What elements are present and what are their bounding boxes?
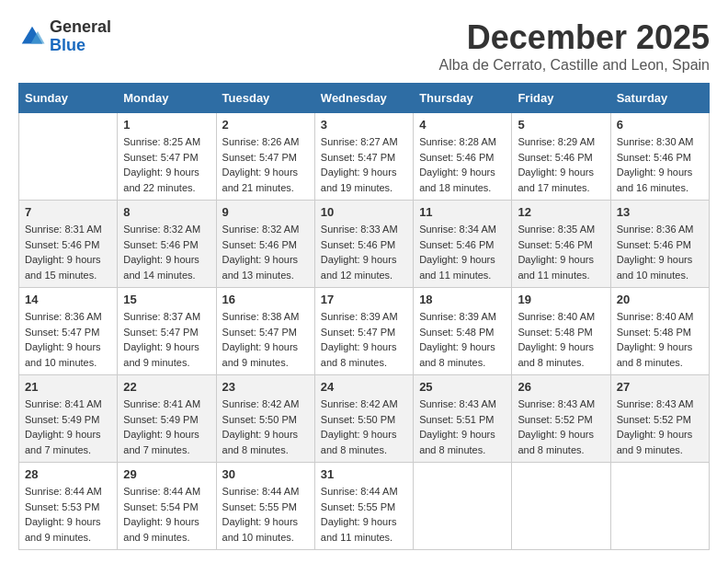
calendar-cell: 7Sunrise: 8:31 AMSunset: 5:46 PMDaylight… <box>19 201 118 288</box>
calendar-cell: 14Sunrise: 8:36 AMSunset: 5:47 PMDayligh… <box>19 288 118 375</box>
calendar-cell: 21Sunrise: 8:41 AMSunset: 5:49 PMDayligh… <box>19 375 118 463</box>
calendar-cell: 12Sunrise: 8:35 AMSunset: 5:46 PMDayligh… <box>512 201 610 288</box>
calendar-cell: 15Sunrise: 8:37 AMSunset: 5:47 PMDayligh… <box>118 288 216 375</box>
calendar-cell: 18Sunrise: 8:39 AMSunset: 5:48 PMDayligh… <box>414 288 512 375</box>
calendar-body: 1Sunrise: 8:25 AMSunset: 5:47 PMDaylight… <box>19 113 710 550</box>
day-info: Sunrise: 8:34 AMSunset: 5:46 PMDaylight:… <box>419 222 506 282</box>
calendar-cell: 2Sunrise: 8:26 AMSunset: 5:47 PMDaylight… <box>216 113 314 201</box>
logo-text: General Blue <box>50 18 111 55</box>
day-number: 20 <box>617 293 703 306</box>
logo-blue: Blue <box>50 37 111 55</box>
calendar-cell: 26Sunrise: 8:43 AMSunset: 5:52 PMDayligh… <box>512 375 610 463</box>
day-info: Sunrise: 8:42 AMSunset: 5:50 PMDaylight:… <box>222 396 309 457</box>
calendar-cell: 13Sunrise: 8:36 AMSunset: 5:46 PMDayligh… <box>610 201 709 288</box>
day-number: 4 <box>419 118 506 132</box>
calendar-cell: 31Sunrise: 8:44 AMSunset: 5:55 PMDayligh… <box>314 463 413 550</box>
day-info: Sunrise: 8:27 AMSunset: 5:47 PMDaylight:… <box>321 134 407 195</box>
calendar-cell: 19Sunrise: 8:40 AMSunset: 5:48 PMDayligh… <box>512 288 610 375</box>
day-number: 16 <box>222 293 309 306</box>
calendar-cell: 23Sunrise: 8:42 AMSunset: 5:50 PMDayligh… <box>216 375 314 463</box>
day-number: 27 <box>617 380 703 394</box>
day-number: 7 <box>25 205 111 219</box>
day-info: Sunrise: 8:39 AMSunset: 5:47 PMDaylight:… <box>321 309 407 370</box>
day-info: Sunrise: 8:32 AMSunset: 5:46 PMDaylight:… <box>222 222 309 282</box>
day-number: 12 <box>518 205 604 219</box>
day-number: 15 <box>123 293 210 306</box>
day-info: Sunrise: 8:40 AMSunset: 5:48 PMDaylight:… <box>518 309 604 370</box>
header-sunday: Sunday <box>19 84 118 113</box>
day-number: 30 <box>222 467 309 481</box>
day-number: 28 <box>25 467 111 481</box>
day-info: Sunrise: 8:37 AMSunset: 5:47 PMDaylight:… <box>123 309 210 370</box>
day-info: Sunrise: 8:30 AMSunset: 5:46 PMDaylight:… <box>617 134 703 195</box>
calendar-week-row: 1Sunrise: 8:25 AMSunset: 5:47 PMDaylight… <box>19 113 710 201</box>
calendar-week-row: 7Sunrise: 8:31 AMSunset: 5:46 PMDaylight… <box>19 201 710 288</box>
calendar-cell: 10Sunrise: 8:33 AMSunset: 5:46 PMDayligh… <box>314 201 413 288</box>
day-info: Sunrise: 8:44 AMSunset: 5:53 PMDaylight:… <box>25 484 111 545</box>
header-friday: Friday <box>512 84 610 113</box>
day-number: 11 <box>419 205 506 219</box>
header-saturday: Saturday <box>610 84 709 113</box>
logo-icon <box>18 23 46 51</box>
day-info: Sunrise: 8:35 AMSunset: 5:46 PMDaylight:… <box>518 222 604 282</box>
day-number: 18 <box>419 293 506 306</box>
calendar-cell: 28Sunrise: 8:44 AMSunset: 5:53 PMDayligh… <box>19 463 118 550</box>
calendar-cell <box>610 463 709 550</box>
day-info: Sunrise: 8:43 AMSunset: 5:52 PMDaylight:… <box>518 396 604 457</box>
day-number: 3 <box>321 118 407 132</box>
day-number: 14 <box>25 293 111 306</box>
month-title: December 2025 <box>439 18 710 57</box>
day-number: 23 <box>222 380 309 394</box>
calendar: Sunday Monday Tuesday Wednesday Thursday… <box>18 83 710 550</box>
title-section: December 2025 Alba de Cerrato, Castille … <box>439 18 710 74</box>
calendar-cell: 17Sunrise: 8:39 AMSunset: 5:47 PMDayligh… <box>314 288 413 375</box>
logo: General Blue <box>18 18 111 55</box>
calendar-week-row: 28Sunrise: 8:44 AMSunset: 5:53 PMDayligh… <box>19 463 710 550</box>
day-number: 26 <box>518 380 604 394</box>
day-number: 2 <box>222 118 309 132</box>
calendar-week-row: 21Sunrise: 8:41 AMSunset: 5:49 PMDayligh… <box>19 375 710 463</box>
day-number: 25 <box>419 380 506 394</box>
day-number: 29 <box>123 467 210 481</box>
calendar-cell: 25Sunrise: 8:43 AMSunset: 5:51 PMDayligh… <box>414 375 512 463</box>
header-wednesday: Wednesday <box>314 84 413 113</box>
calendar-header-row: Sunday Monday Tuesday Wednesday Thursday… <box>19 84 710 113</box>
day-info: Sunrise: 8:29 AMSunset: 5:46 PMDaylight:… <box>518 134 604 195</box>
day-info: Sunrise: 8:36 AMSunset: 5:46 PMDaylight:… <box>617 222 703 282</box>
day-info: Sunrise: 8:44 AMSunset: 5:55 PMDaylight:… <box>222 484 309 545</box>
day-number: 10 <box>321 205 407 219</box>
day-info: Sunrise: 8:31 AMSunset: 5:46 PMDaylight:… <box>25 222 111 282</box>
header-thursday: Thursday <box>414 84 512 113</box>
day-number: 24 <box>321 380 407 394</box>
calendar-cell: 29Sunrise: 8:44 AMSunset: 5:54 PMDayligh… <box>118 463 216 550</box>
calendar-cell: 8Sunrise: 8:32 AMSunset: 5:46 PMDaylight… <box>118 201 216 288</box>
calendar-cell: 3Sunrise: 8:27 AMSunset: 5:47 PMDaylight… <box>314 113 413 201</box>
day-number: 19 <box>518 293 604 306</box>
calendar-cell: 6Sunrise: 8:30 AMSunset: 5:46 PMDaylight… <box>610 113 709 201</box>
day-number: 8 <box>123 205 210 219</box>
calendar-cell <box>414 463 512 550</box>
day-info: Sunrise: 8:25 AMSunset: 5:47 PMDaylight:… <box>123 134 210 195</box>
calendar-cell: 24Sunrise: 8:42 AMSunset: 5:50 PMDayligh… <box>314 375 413 463</box>
day-number: 21 <box>25 380 111 394</box>
day-info: Sunrise: 8:40 AMSunset: 5:48 PMDaylight:… <box>617 309 703 370</box>
calendar-cell: 11Sunrise: 8:34 AMSunset: 5:46 PMDayligh… <box>414 201 512 288</box>
day-number: 9 <box>222 205 309 219</box>
day-info: Sunrise: 8:44 AMSunset: 5:55 PMDaylight:… <box>321 484 407 545</box>
day-info: Sunrise: 8:38 AMSunset: 5:47 PMDaylight:… <box>222 309 309 370</box>
day-info: Sunrise: 8:28 AMSunset: 5:46 PMDaylight:… <box>419 134 506 195</box>
day-info: Sunrise: 8:32 AMSunset: 5:46 PMDaylight:… <box>123 222 210 282</box>
day-info: Sunrise: 8:26 AMSunset: 5:47 PMDaylight:… <box>222 134 309 195</box>
day-number: 31 <box>321 467 407 481</box>
logo-general: General <box>50 18 111 37</box>
day-number: 22 <box>123 380 210 394</box>
calendar-cell: 9Sunrise: 8:32 AMSunset: 5:46 PMDaylight… <box>216 201 314 288</box>
day-info: Sunrise: 8:44 AMSunset: 5:54 PMDaylight:… <box>123 484 210 545</box>
day-number: 6 <box>617 118 703 132</box>
day-info: Sunrise: 8:39 AMSunset: 5:48 PMDaylight:… <box>419 309 506 370</box>
day-info: Sunrise: 8:42 AMSunset: 5:50 PMDaylight:… <box>321 396 407 457</box>
day-info: Sunrise: 8:41 AMSunset: 5:49 PMDaylight:… <box>123 396 210 457</box>
calendar-cell <box>512 463 610 550</box>
header-monday: Monday <box>118 84 216 113</box>
calendar-cell: 4Sunrise: 8:28 AMSunset: 5:46 PMDaylight… <box>414 113 512 201</box>
